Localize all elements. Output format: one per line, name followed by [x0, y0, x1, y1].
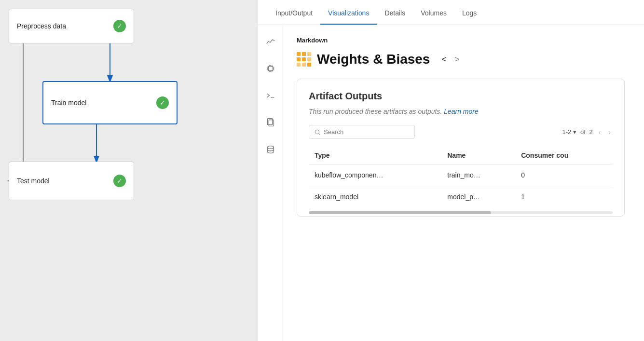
- pagination-range: 1-2: [562, 128, 572, 136]
- wb-prev-arrow[interactable]: <: [439, 54, 449, 66]
- svg-rect-2: [268, 66, 273, 70]
- artifact-desc: This run produced these artifacts as out…: [309, 108, 613, 115]
- chart-icon[interactable]: [264, 35, 277, 48]
- tab-details[interactable]: Details: [377, 9, 413, 25]
- pagination-count: 1-2 ▾ of 2: [562, 128, 593, 136]
- tab-input-output[interactable]: Input/Output: [268, 9, 320, 25]
- artifact-title: Artifact Outputs: [309, 91, 613, 102]
- node-test-check: ✓: [113, 175, 126, 187]
- row2-name: model_p…: [441, 186, 515, 208]
- tab-logs[interactable]: Logs: [454, 9, 484, 25]
- node-test[interactable]: Test model ✓: [9, 162, 134, 200]
- col-type: Type: [309, 147, 441, 164]
- document-icon[interactable]: [264, 116, 277, 129]
- row1-name: train_mo…: [441, 164, 515, 186]
- main-content: Markdown Weights & Biases < >: [258, 25, 644, 341]
- artifact-table: Type Name Consumer cou kubeflow_componen…: [309, 147, 613, 207]
- svg-rect-17: [269, 120, 274, 126]
- side-icons-bar: [258, 25, 283, 341]
- viz-content: Markdown Weights & Biases < >: [283, 25, 644, 341]
- row1-type: kubeflow_componen…: [309, 164, 441, 186]
- search-input[interactable]: [324, 128, 410, 136]
- wb-nav-arrows: < >: [439, 54, 461, 66]
- svg-point-18: [267, 146, 274, 149]
- node-preprocess-check: ✓: [113, 20, 126, 32]
- node-preprocess-label: Preprocess data: [17, 22, 66, 30]
- row2-count: 1: [515, 186, 613, 208]
- pagination-row: 1-2 ▾ of 2 ‹ ›: [562, 127, 613, 137]
- tab-visualizations[interactable]: Visualizations: [320, 9, 377, 25]
- right-panel: Input/Output Visualizations Details Volu…: [258, 0, 644, 341]
- svg-line-20: [319, 133, 320, 135]
- scroll-indicator: [309, 211, 613, 214]
- table-row: kubeflow_componen… train_mo… 0: [309, 164, 613, 186]
- pagination-total: 2: [589, 128, 592, 136]
- pagination-next-arrow[interactable]: ›: [606, 127, 613, 137]
- pagination-prev-arrow[interactable]: ‹: [597, 127, 603, 137]
- node-train[interactable]: Train model ✓: [42, 81, 178, 124]
- tabs-bar: Input/Output Visualizations Details Volu…: [258, 0, 644, 25]
- row1-count: 0: [515, 164, 613, 186]
- artifact-card: Artifact Outputs This run produced these…: [297, 79, 625, 217]
- search-icon: [314, 129, 321, 136]
- col-name: Name: [441, 147, 515, 164]
- section-label: Markdown: [297, 37, 630, 44]
- svg-point-19: [315, 130, 319, 134]
- wb-logo-icon: [297, 52, 311, 67]
- col-consumer: Consumer cou: [515, 147, 613, 164]
- row2-type: sklearn_model: [309, 186, 441, 208]
- wb-header: Weights & Biases < >: [297, 52, 630, 67]
- pipeline-panel: Preprocess data ✓ Train model ✓ Test mod…: [0, 0, 258, 341]
- chip-icon[interactable]: [264, 62, 277, 75]
- wb-next-arrow[interactable]: >: [452, 54, 462, 66]
- node-preprocess[interactable]: Preprocess data ✓: [9, 9, 134, 43]
- terminal-icon[interactable]: [264, 89, 277, 102]
- node-train-label: Train model: [51, 99, 86, 107]
- wb-title: Weights & Biases: [317, 52, 430, 67]
- database-icon[interactable]: [264, 143, 277, 156]
- search-box[interactable]: [309, 125, 415, 139]
- scroll-thumb: [309, 211, 491, 214]
- svg-rect-16: [267, 119, 272, 125]
- tab-volumes[interactable]: Volumes: [413, 9, 454, 25]
- table-row: sklearn_model model_p… 1: [309, 186, 613, 208]
- node-train-check: ✓: [156, 96, 169, 109]
- node-test-label: Test model: [17, 177, 50, 185]
- learn-more-link[interactable]: Learn more: [444, 108, 479, 115]
- artifact-search-row: 1-2 ▾ of 2 ‹ ›: [309, 125, 613, 141]
